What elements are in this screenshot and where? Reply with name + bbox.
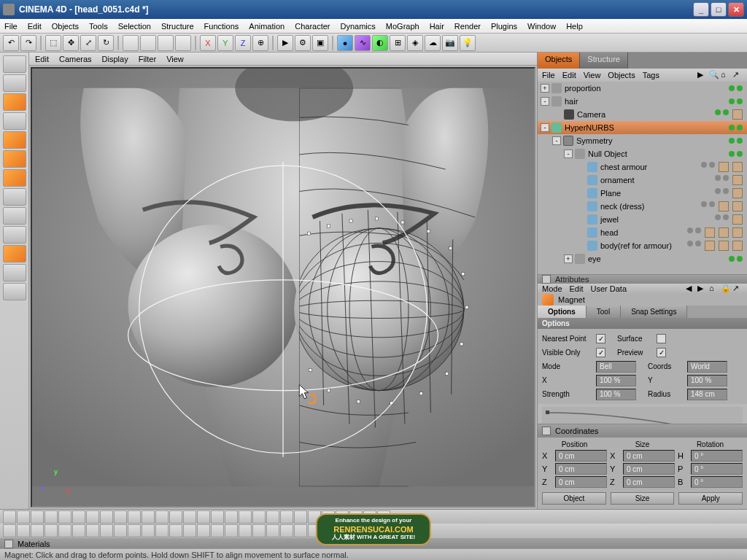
tag-icon[interactable] bbox=[719, 201, 729, 211]
visibility-dot[interactable] bbox=[687, 228, 693, 233]
visibility-dot[interactable] bbox=[737, 256, 743, 262]
render-region-button[interactable]: ▣ bbox=[312, 35, 328, 51]
bottom-tool-button[interactable] bbox=[86, 524, 99, 537]
deformer-button[interactable]: ◈ bbox=[407, 35, 423, 51]
bottom-tool-button[interactable] bbox=[17, 524, 30, 537]
menu-window[interactable]: Window bbox=[527, 22, 556, 31]
toolbar-btn-1[interactable] bbox=[123, 35, 139, 51]
visibility-dot[interactable] bbox=[709, 162, 715, 168]
tree-row[interactable]: -Null Object bbox=[538, 147, 747, 160]
surface-checkbox[interactable] bbox=[657, 334, 666, 343]
nurbs-button[interactable]: ◐ bbox=[372, 35, 388, 51]
attr-tab-tool[interactable]: Tool bbox=[587, 306, 621, 318]
visibility-dot[interactable] bbox=[715, 175, 721, 181]
close-button[interactable]: ✕ bbox=[728, 2, 744, 17]
visibility-dot[interactable] bbox=[729, 151, 735, 157]
visibility-dot[interactable] bbox=[729, 125, 735, 131]
objects-menu-objects[interactable]: Objects bbox=[608, 71, 635, 79]
tree-row[interactable]: Plane bbox=[538, 187, 747, 200]
objects-menu-view[interactable]: View bbox=[584, 71, 601, 79]
tab-objects[interactable]: Objects bbox=[538, 52, 580, 69]
bottom-tool-button[interactable] bbox=[294, 524, 307, 537]
tag-icon[interactable] bbox=[732, 162, 743, 172]
menu-hair[interactable]: Hair bbox=[430, 22, 444, 31]
bottom-tool-button[interactable] bbox=[155, 510, 169, 524]
tag-icon[interactable] bbox=[705, 241, 715, 251]
tag-icon[interactable] bbox=[732, 109, 743, 120]
tree-row[interactable]: -hair bbox=[538, 95, 747, 108]
bottom-tool-button[interactable] bbox=[197, 510, 210, 524]
tag-icon[interactable] bbox=[732, 241, 743, 251]
bottom-tool-button[interactable] bbox=[44, 510, 58, 524]
toolbar-btn-4[interactable] bbox=[175, 35, 191, 51]
tag-icon[interactable] bbox=[719, 228, 729, 238]
toolbar-btn-2[interactable] bbox=[140, 35, 156, 51]
tree-row[interactable]: jewel bbox=[538, 213, 747, 226]
coord-object-dropdown[interactable]: Object bbox=[542, 492, 606, 505]
tree-row[interactable]: Camera bbox=[538, 108, 747, 121]
tab-structure[interactable]: Structure bbox=[580, 52, 628, 69]
object-mode-button[interactable] bbox=[3, 93, 26, 111]
tool-button-3[interactable] bbox=[3, 283, 26, 300]
menu-animation[interactable]: Animation bbox=[249, 22, 285, 31]
menu-character[interactable]: Character bbox=[295, 22, 330, 31]
bottom-tool-button[interactable] bbox=[58, 524, 71, 537]
x-field[interactable]: 100 % bbox=[596, 375, 636, 386]
coord-field[interactable]: 0 ° bbox=[691, 450, 743, 462]
visibility-dot[interactable] bbox=[715, 188, 721, 194]
falloff-curve[interactable] bbox=[542, 407, 743, 424]
coord-field[interactable]: 0 ° bbox=[691, 476, 743, 488]
axis-y-toggle[interactable]: Y bbox=[217, 35, 233, 51]
array-button[interactable]: ⊞ bbox=[390, 35, 406, 51]
snap-button[interactable] bbox=[3, 226, 26, 244]
panel-icon[interactable]: ▶ bbox=[697, 70, 708, 80]
tree-row[interactable]: +eye bbox=[538, 252, 747, 265]
render-button[interactable]: ▶ bbox=[277, 35, 293, 51]
undo-button[interactable]: ↶ bbox=[3, 35, 19, 51]
bottom-tool-button[interactable] bbox=[44, 524, 58, 537]
menu-render[interactable]: Render bbox=[454, 22, 481, 31]
bottom-tool-button[interactable] bbox=[17, 510, 30, 524]
bottom-tool-button[interactable] bbox=[280, 510, 293, 524]
bottom-tool-button[interactable] bbox=[225, 510, 238, 524]
visibility-dot[interactable] bbox=[723, 188, 729, 194]
menu-dynamics[interactable]: Dynamics bbox=[341, 22, 376, 31]
bottom-tool-button[interactable] bbox=[114, 510, 127, 524]
rotate-tool[interactable]: ↻ bbox=[98, 35, 114, 51]
bottom-tool-button[interactable] bbox=[266, 524, 279, 537]
point-mode-button[interactable] bbox=[3, 131, 26, 149]
bottom-tool-button[interactable] bbox=[239, 524, 252, 537]
tree-toggle[interactable]: - bbox=[541, 123, 549, 132]
coord-field[interactable]: 0 ° bbox=[691, 463, 743, 475]
visibility-dot[interactable] bbox=[695, 228, 701, 233]
attr-tab-snap[interactable]: Snap Settings bbox=[621, 306, 687, 318]
radius-field[interactable]: 148 cm bbox=[687, 389, 727, 400]
y-field[interactable]: 100 % bbox=[687, 375, 727, 386]
coord-field[interactable]: 0 cm bbox=[623, 476, 675, 488]
visibility-dot[interactable] bbox=[737, 98, 743, 104]
tree-toggle[interactable]: - bbox=[541, 97, 549, 106]
tool-button-2[interactable] bbox=[3, 264, 26, 281]
bottom-tool-button[interactable] bbox=[183, 510, 196, 524]
coords-dropdown[interactable]: World bbox=[687, 361, 727, 373]
preview-checkbox[interactable]: ✓ bbox=[657, 348, 666, 357]
menu-structure[interactable]: Structure bbox=[161, 22, 194, 31]
tag-icon[interactable] bbox=[719, 241, 729, 251]
viewport-menu-edit[interactable]: Edit bbox=[35, 55, 49, 63]
visibility-dot[interactable] bbox=[737, 138, 743, 144]
tag-icon[interactable] bbox=[732, 188, 743, 198]
tag-icon[interactable] bbox=[732, 201, 743, 211]
visibility-dot[interactable] bbox=[723, 214, 729, 220]
visibility-dot[interactable] bbox=[701, 162, 707, 168]
tree-row[interactable]: chest armour bbox=[538, 160, 747, 174]
coord-system-toggle[interactable]: ⊕ bbox=[252, 35, 268, 51]
menu-objects[interactable]: Objects bbox=[52, 22, 79, 31]
visibility-dot[interactable] bbox=[737, 125, 743, 131]
menu-file[interactable]: File bbox=[4, 22, 18, 31]
menu-selection[interactable]: Selection bbox=[118, 22, 151, 31]
mode-dropdown[interactable]: Bell bbox=[596, 361, 636, 373]
bottom-tool-button[interactable] bbox=[72, 510, 85, 524]
attr-tab-options[interactable]: Options bbox=[538, 306, 587, 318]
bottom-tool-button[interactable] bbox=[114, 524, 127, 537]
tag-icon[interactable] bbox=[732, 214, 743, 225]
